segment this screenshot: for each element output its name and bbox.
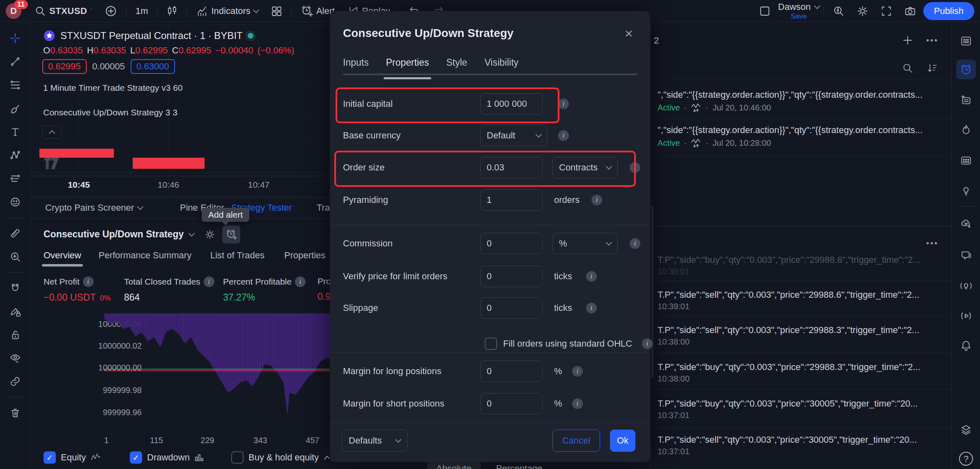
object-tree-button[interactable]: [956, 420, 976, 440]
emoji-tool[interactable]: [6, 193, 25, 212]
measure-tool[interactable]: [6, 224, 25, 243]
alerts-search-button[interactable]: [899, 60, 916, 76]
close-icon[interactable]: ×: [620, 24, 638, 42]
symbol-search-button[interactable]: STXUSD ˙: [30, 3, 97, 19]
info-icon[interactable]: i: [558, 130, 569, 141]
checkbox-unchecked[interactable]: [485, 338, 497, 350]
indicator-row[interactable]: 1 Minute Timer Trade Strategy v3 60: [43, 83, 183, 93]
tab-trading[interactable]: Tra: [317, 202, 330, 213]
indicator-templates-button[interactable]: [266, 3, 287, 19]
base-currency-select[interactable]: Default: [480, 125, 548, 146]
settings-button[interactable]: [852, 3, 873, 19]
tab-style[interactable]: Style: [446, 57, 467, 68]
magnet-mode[interactable]: [6, 278, 25, 297]
tab-crypto-pairs-screener[interactable]: Crypto Pairs Screener: [45, 202, 143, 213]
ok-button[interactable]: Ok: [610, 430, 635, 452]
streams-button[interactable]: [956, 306, 976, 326]
add-alert-button[interactable]: [222, 225, 240, 244]
calendar-button[interactable]: [956, 151, 976, 170]
info-icon[interactable]: i: [586, 271, 597, 282]
save-link[interactable]: Save: [791, 13, 807, 20]
brush-tool[interactable]: [6, 99, 25, 118]
order-size-unit-select[interactable]: Contracts: [552, 157, 618, 178]
crosshair-tool[interactable]: [6, 29, 25, 48]
user-avatar[interactable]: D 11: [6, 3, 21, 19]
watchlist-button[interactable]: [956, 31, 976, 51]
live-ideas-button[interactable]: [956, 276, 976, 296]
checkbox-unchecked[interactable]: [231, 451, 244, 464]
market-status-icon[interactable]: [248, 33, 253, 39]
info-icon[interactable]: i: [586, 303, 597, 313]
panel-splitter[interactable]: [651, 226, 951, 227]
margin-long-input[interactable]: [480, 361, 543, 382]
data-window-button[interactable]: [956, 90, 976, 110]
sync-drawings[interactable]: [6, 372, 25, 391]
pattern-tool[interactable]: [6, 146, 25, 165]
chart-style-button[interactable]: [161, 3, 183, 19]
quick-search-button[interactable]: [828, 3, 849, 19]
interval-button[interactable]: 1m: [131, 3, 153, 19]
publish-button[interactable]: Publish: [923, 2, 974, 20]
info-icon[interactable]: i: [204, 276, 214, 287]
alerts-button[interactable]: [956, 60, 976, 79]
tab-visibility[interactable]: Visibility: [485, 57, 519, 68]
tab-inputs[interactable]: Inputs: [343, 57, 369, 68]
tab-properties[interactable]: Properties: [284, 250, 325, 261]
trend-line-tool[interactable]: [6, 52, 25, 71]
alerts-sort-button[interactable]: [924, 60, 941, 76]
cancel-button[interactable]: Cancel: [552, 430, 600, 452]
drawing-mode[interactable]: [6, 302, 25, 321]
scrollbar[interactable]: [651, 205, 653, 378]
lock-all-drawings[interactable]: [6, 325, 25, 344]
log-menu-button[interactable]: •••: [924, 235, 941, 251]
minds-button[interactable]: [956, 214, 976, 234]
info-icon[interactable]: i: [558, 99, 569, 109]
indicators-button[interactable]: Indicators: [191, 3, 263, 19]
remove-drawings[interactable]: [6, 403, 25, 422]
strategy-settings-button[interactable]: [201, 225, 219, 244]
layout-button[interactable]: [754, 3, 775, 19]
zoom-in-tool[interactable]: [6, 247, 25, 266]
alerts-menu-button[interactable]: •••: [924, 32, 941, 48]
chart-legend[interactable]: STXUSDT Perpetual Contract · 1 · BYBIT: [43, 30, 253, 42]
commission-input[interactable]: [480, 233, 543, 254]
sell-button[interactable]: 0.62995: [42, 59, 87, 74]
info-icon[interactable]: i: [630, 238, 640, 249]
help-button[interactable]: ?: [956, 449, 976, 469]
tab-properties[interactable]: Properties: [386, 57, 429, 68]
ideas-button[interactable]: [956, 181, 976, 200]
chat-button[interactable]: [956, 246, 976, 265]
hotlists-button[interactable]: [956, 120, 976, 140]
fullscreen-button[interactable]: [876, 3, 897, 19]
prediction-tool[interactable]: [6, 169, 25, 188]
compare-add-symbol-button[interactable]: [100, 3, 122, 19]
checkbox-checked[interactable]: ✓: [44, 451, 56, 464]
defaults-dropdown-button[interactable]: Defaults: [342, 430, 407, 452]
strategy-selector[interactable]: Consecutive Up/Down Strategy: [44, 229, 194, 240]
collapse-legend-button[interactable]: [42, 126, 61, 139]
info-icon[interactable]: i: [83, 276, 94, 287]
margin-short-input[interactable]: [480, 393, 543, 414]
create-alert-button[interactable]: [899, 32, 916, 48]
info-icon[interactable]: i: [642, 338, 653, 349]
info-icon[interactable]: i: [295, 276, 306, 287]
checkbox-checked[interactable]: ✓: [130, 451, 142, 464]
commission-unit-select[interactable]: %: [552, 233, 618, 254]
info-icon[interactable]: i: [591, 195, 602, 205]
buy-hold-toggle[interactable]: Buy & hold equity: [231, 451, 330, 464]
buy-button[interactable]: 0.63000: [131, 59, 175, 74]
notifications-button[interactable]: [956, 336, 976, 356]
tab-performance-summary[interactable]: Performance Summary: [99, 250, 191, 261]
layout-name-menu[interactable]: Dawson Save: [778, 2, 819, 20]
slippage-input[interactable]: [480, 297, 543, 319]
screenshot-button[interactable]: [899, 3, 921, 19]
indicator-row[interactable]: Consecutive Up/Down Strategy 3 3: [43, 108, 177, 117]
info-icon[interactable]: i: [572, 366, 583, 377]
equity-toggle[interactable]: ✓ Equity: [44, 451, 101, 464]
pyramiding-input[interactable]: [480, 189, 543, 211]
tab-list-of-trades[interactable]: List of Trades: [210, 250, 265, 261]
info-icon[interactable]: i: [572, 398, 583, 409]
hide-all-drawings[interactable]: [6, 349, 25, 368]
info-icon[interactable]: i: [630, 162, 640, 173]
verify-price-input[interactable]: [480, 266, 543, 287]
